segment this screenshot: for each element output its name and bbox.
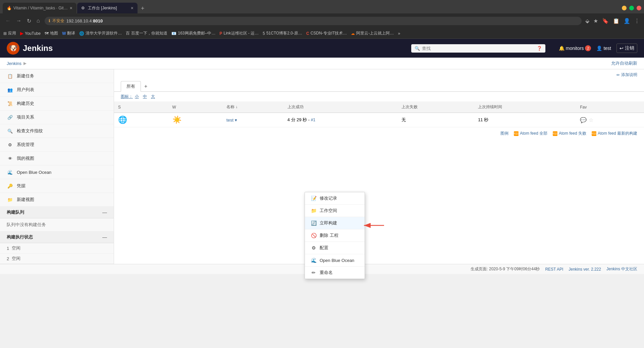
address-bar[interactable]: ℹ 不安全 192.168.10.4:8010	[45, 17, 582, 25]
bookmark-baidu[interactable]: 百 百度一下，你就知道	[126, 30, 167, 36]
bookmark-link[interactable]: P Link运维社区 - 运…	[220, 30, 259, 36]
jenkins-search-bar[interactable]: 🔍 ❓	[411, 44, 545, 53]
browser-tab-2[interactable]: ⚙ 工作台 [Jenkins] ×	[77, 3, 138, 13]
search-help-icon[interactable]: ❓	[537, 46, 542, 51]
bookmark-csdn[interactable]: C CSDN-专业IT技术…	[306, 30, 347, 36]
163-label: 163网易免费邮--中…	[178, 30, 215, 36]
last-success-link[interactable]: #1	[311, 118, 315, 122]
atom-feed-failure-link[interactable]: RSS Atom feed 失败	[553, 131, 586, 136]
atom-feed-all-link[interactable]: RSS Atom feed 全部	[514, 131, 547, 136]
sidebar: 📋 新建任务 👥 用户列表 📜 构建历史 🔗 项目关系 🔍 检查文	[0, 69, 114, 264]
col-header-name[interactable]: 名称 ↓	[222, 101, 283, 113]
youtube-favicon: ▶	[20, 31, 23, 36]
tab-all[interactable]: 所有	[121, 81, 141, 92]
sidebar-item-file-fingerprint[interactable]: 🔍 检查文件指纹	[0, 124, 114, 138]
jenkins-page: 🐶 Jenkins 🔍 ❓ 🔔 monitors 2 👤 test	[0, 39, 644, 348]
user-menu[interactable]: 👤 test	[596, 46, 611, 51]
tab-add[interactable]: +	[141, 81, 151, 91]
atom-feed-all-label: Atom feed 全部	[520, 131, 547, 136]
menu-item-configure[interactable]: ⚙ 配置	[305, 242, 365, 254]
sidebar-item-users[interactable]: 👥 用户列表	[0, 83, 114, 97]
fav-chat-icon[interactable]: 💬	[580, 117, 587, 123]
sidebar-item-build-history[interactable]: 📜 构建历史	[0, 97, 114, 111]
bookmark-youtube[interactable]: ▶ YouTube	[20, 31, 41, 36]
bookmark-translate[interactable]: W 翻译	[62, 30, 75, 36]
breadcrumb-jenkins-link[interactable]: Jenkins	[7, 61, 21, 66]
account-icon[interactable]: 👤	[623, 17, 631, 25]
project-relation-icon: 🔗	[7, 114, 13, 121]
legend-link[interactable]: 图例	[500, 131, 508, 136]
feed-section: 图例 RSS Atom feed 全部 RSS Atom feed 失败 RSS…	[114, 127, 644, 138]
insecure-label: 不安全	[52, 18, 64, 24]
maximize-button[interactable]	[629, 6, 634, 10]
menu-item-change-record[interactable]: 📝 修改记录	[305, 192, 365, 205]
jenkins-ver-link[interactable]: Jenkins ver. 2.222	[569, 267, 601, 272]
sidebar-item-credentials[interactable]: 🔑 凭据	[0, 179, 114, 193]
user-icon: 👤	[596, 46, 602, 51]
sidebar-item-system-manage[interactable]: ⚙ 系统管理	[0, 138, 114, 152]
fav-star-icon[interactable]: ☆	[589, 117, 593, 123]
logout-button[interactable]: ↩ 注销	[616, 44, 637, 53]
bookmark-icon[interactable]: ★	[592, 17, 599, 25]
browser-tab-1[interactable]: 🔥 Vitamin / Vitamin_tasks · GitL… ×	[3, 3, 76, 13]
translate-icon[interactable]: ⬙	[584, 17, 590, 25]
build-now-label: 立即构建	[320, 220, 337, 226]
bookmark-apps[interactable]: ⊞ 应用	[3, 30, 16, 36]
icon-size-medium[interactable]: 中	[143, 94, 147, 99]
nav-buttons: ← → ↻ ⌂	[3, 17, 42, 25]
tab2-close[interactable]: ×	[131, 5, 133, 11]
forward-button[interactable]: →	[14, 17, 23, 25]
bookmark-aliyun[interactable]: ☁ 阿里云-上云就上阿…	[351, 30, 394, 36]
search-input[interactable]	[422, 46, 535, 51]
menu-item-delete[interactable]: 🚫 删除 工程	[305, 229, 365, 242]
monitors-button[interactable]: 🔔 monitors 2	[559, 45, 591, 51]
jenkins-cn-link[interactable]: Jenkins 中文社区	[606, 266, 637, 272]
menu-item-build-now[interactable]: 🔄 立即构建	[305, 217, 365, 229]
cell-fav: 💬 ☆	[576, 113, 644, 127]
blue-ocean-menu-label: Open Blue Ocean	[320, 258, 354, 263]
job-name-link[interactable]: test	[226, 118, 233, 123]
menu-item-rename[interactable]: ✏ 重命名	[305, 267, 365, 279]
bookmark-tsinghua[interactable]: 🌐 清华大学开源软件…	[79, 30, 122, 36]
extensions-icon[interactable]: 🔖	[601, 17, 610, 25]
minimize-button[interactable]	[622, 6, 627, 10]
bookmark-163[interactable]: 📧 163网易免费邮--中…	[171, 30, 215, 36]
build-executor-title: 构建执行状态	[7, 234, 33, 240]
build-executor-collapse[interactable]: —	[102, 234, 107, 240]
sidebar-item-project-relation[interactable]: 🔗 项目关系	[0, 111, 114, 124]
sidebar-item-open-blue-ocean[interactable]: 🌊 Open Blue Ocean	[0, 165, 114, 179]
job-dropdown-arrow[interactable]: ▾	[235, 118, 237, 123]
rest-api-link[interactable]: REST API	[545, 267, 563, 272]
bookmark-51cto[interactable]: 5 51CTO博客2.0-原…	[263, 30, 302, 36]
more-label: »	[398, 31, 400, 36]
bookmark-more[interactable]: »	[398, 31, 400, 36]
atom-feed-latest-link[interactable]: RSS Atom feed 最新的构建	[592, 131, 637, 136]
icon-size-small[interactable]: 小	[135, 94, 139, 99]
new-tab-button[interactable]: +	[138, 4, 147, 13]
build-queue-empty: 队列中没有构建任务	[7, 222, 46, 227]
link-favicon: P	[220, 31, 222, 36]
refresh-button[interactable]: ↻	[25, 17, 33, 25]
cell-weather: ☀️	[168, 113, 223, 127]
menu-item-open-blue-ocean[interactable]: 🌊 Open Blue Ocean	[305, 254, 365, 267]
build-executor-section: 构建执行状态 —	[0, 231, 114, 243]
add-description-link[interactable]: ✏ 添加说明	[616, 72, 637, 78]
build-queue-collapse[interactable]: —	[102, 210, 107, 215]
breadcrumb-arrow: ▶	[23, 61, 26, 66]
menu-icon[interactable]: ⋮	[633, 17, 641, 25]
tab1-close[interactable]: ×	[70, 5, 72, 11]
build-queue-title: 构建队列	[7, 209, 24, 215]
rename-label: 重命名	[320, 270, 333, 276]
menu-item-workspace[interactable]: 📁 工作空间	[305, 205, 365, 217]
icon-size-large[interactable]: 大	[151, 94, 155, 99]
close-button[interactable]	[637, 6, 641, 10]
history-icon[interactable]: 📋	[612, 17, 621, 25]
allow-refresh-link[interactable]: 允许自动刷新	[611, 60, 637, 66]
back-button[interactable]: ←	[3, 17, 13, 25]
bookmark-maps[interactable]: 🗺 地图	[45, 30, 58, 36]
home-button[interactable]: ⌂	[35, 17, 42, 25]
sidebar-item-my-view[interactable]: 👁 我的视图	[0, 152, 114, 165]
sidebar-item-new-view[interactable]: 📁 新建视图	[0, 193, 114, 207]
cell-last-failure: 无	[397, 113, 474, 127]
sidebar-item-new-task[interactable]: 📋 新建任务	[0, 69, 114, 83]
